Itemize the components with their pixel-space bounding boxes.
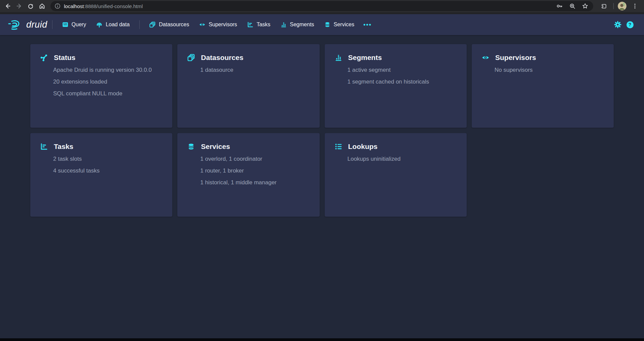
- nav-item-label: Query: [72, 22, 86, 28]
- nav-item-supervisors[interactable]: Supervisors: [194, 14, 242, 35]
- card-line: 4 successful tasks: [53, 167, 162, 174]
- card-title: Lookups: [348, 143, 378, 151]
- nav-item-load-data[interactable]: Load data: [91, 14, 135, 35]
- druid-logo-icon: [7, 19, 23, 30]
- navbar-separator: [139, 20, 140, 29]
- eye-icon: [482, 54, 489, 61]
- forward-button[interactable]: [13, 0, 25, 12]
- kebab-menu-icon: [632, 3, 638, 9]
- nav-item-label: Load data: [106, 22, 130, 28]
- nav-item-label: Services: [334, 22, 354, 28]
- segments-card[interactable]: Segments 1 active segment 1 segment cach…: [325, 44, 467, 128]
- card-title: Supervisors: [495, 54, 536, 62]
- card-line: 1 overlord, 1 coordinator: [200, 155, 309, 162]
- extensions-button[interactable]: [598, 0, 609, 12]
- key-icon: [556, 3, 563, 9]
- site-info-button[interactable]: [53, 2, 62, 10]
- database-icon: [324, 22, 330, 28]
- gantt-chart-icon: [247, 22, 253, 28]
- card-line: Lookups uninitialized: [348, 155, 457, 162]
- window-bottom-edge: [0, 338, 644, 341]
- card-title: Datasources: [201, 54, 243, 62]
- druid-navbar: druid Query Load data Datasources: [0, 14, 644, 35]
- lookups-card[interactable]: Lookups Lookups uninitialized: [325, 133, 467, 217]
- info-icon: [55, 3, 61, 9]
- card-line: 1 active segment: [348, 66, 457, 73]
- url-text: localhost:8888/unified-console.html: [64, 3, 555, 9]
- nav-more-button[interactable]: •••: [359, 14, 376, 35]
- help-icon: ?: [627, 21, 634, 28]
- upload-icon: [96, 22, 102, 28]
- zoom-button[interactable]: [568, 1, 577, 11]
- card-line: 1 router, 1 broker: [200, 167, 309, 174]
- back-arrow-icon: [4, 3, 11, 9]
- datasources-icon: [187, 54, 195, 61]
- supervisors-card[interactable]: Supervisors No supervisors: [472, 44, 614, 128]
- card-line: 20 extensions loaded: [53, 78, 162, 85]
- settings-button[interactable]: [612, 19, 624, 31]
- card-line: No supervisors: [495, 66, 604, 73]
- url-path: :8888/unified-console.html: [84, 3, 143, 9]
- more-dots-icon: •••: [363, 21, 372, 28]
- services-card[interactable]: Services 1 overlord, 1 coordinator 1 rou…: [177, 133, 319, 217]
- nav-item-datasources[interactable]: Datasources: [144, 14, 194, 35]
- stacked-chart-icon: [281, 22, 287, 28]
- eye-icon: [199, 22, 205, 28]
- nav-item-label: Tasks: [257, 22, 271, 28]
- home-icon: [39, 3, 45, 9]
- password-manager-button[interactable]: [555, 1, 564, 11]
- gantt-chart-icon: [40, 143, 48, 150]
- profile-avatar[interactable]: [618, 2, 627, 10]
- brand-wordmark: druid: [26, 20, 47, 30]
- avatar-image: [618, 2, 627, 10]
- tasks-card[interactable]: Tasks 2 task slots 4 successful tasks: [30, 133, 172, 217]
- card-title: Segments: [348, 54, 382, 62]
- home-button[interactable]: [36, 0, 48, 12]
- druid-logo[interactable]: druid: [7, 19, 47, 30]
- extensions-icon: [600, 3, 607, 9]
- nav-item-label: Segments: [290, 22, 314, 28]
- properties-list-icon: [335, 143, 342, 150]
- nav-item-tasks[interactable]: Tasks: [242, 14, 276, 35]
- card-line: Apache Druid is running version 30.0.0: [53, 66, 162, 73]
- datasources-card[interactable]: Datasources 1 datasource: [177, 44, 319, 128]
- query-icon: [62, 22, 68, 28]
- graph-icon: [40, 54, 48, 61]
- card-title: Status: [54, 54, 75, 62]
- status-card[interactable]: Status Apache Druid is running version 3…: [30, 44, 172, 128]
- database-icon: [187, 143, 195, 150]
- nav-item-label: Supervisors: [209, 22, 237, 28]
- address-bar[interactable]: localhost:8888/unified-console.html: [50, 1, 593, 11]
- gear-icon: [614, 21, 622, 29]
- datasources-icon: [149, 22, 155, 28]
- home-cards-grid: Status Apache Druid is running version 3…: [0, 35, 644, 217]
- nav-item-segments[interactable]: Segments: [276, 14, 319, 35]
- stacked-chart-icon: [335, 54, 342, 61]
- reload-button[interactable]: [25, 0, 36, 12]
- card-line: 1 historical, 1 middle manager: [200, 179, 309, 186]
- star-icon: [582, 3, 588, 9]
- navbar-separator: [52, 20, 52, 29]
- browser-menu-button[interactable]: [629, 0, 641, 12]
- nav-item-query[interactable]: Query: [57, 14, 92, 35]
- bookmark-button[interactable]: [580, 1, 590, 11]
- card-title: Services: [201, 143, 230, 151]
- card-line: 1 datasource: [200, 66, 309, 73]
- nav-item-services[interactable]: Services: [319, 14, 359, 35]
- back-button[interactable]: [2, 0, 13, 12]
- help-button[interactable]: ?: [624, 19, 636, 31]
- url-host: localhost: [64, 3, 84, 9]
- zoom-in-icon: [569, 3, 576, 9]
- card-line: 2 task slots: [53, 155, 162, 162]
- forward-arrow-icon: [16, 3, 23, 9]
- reload-icon: [27, 3, 34, 9]
- card-line: 1 segment cached on historicals: [348, 78, 457, 85]
- toolbar-separator: [613, 3, 614, 9]
- card-line: SQL compliant NULL mode: [53, 90, 162, 97]
- nav-item-label: Datasources: [159, 22, 189, 28]
- browser-toolbar: localhost:8888/unified-console.html: [0, 0, 644, 14]
- card-title: Tasks: [54, 143, 73, 151]
